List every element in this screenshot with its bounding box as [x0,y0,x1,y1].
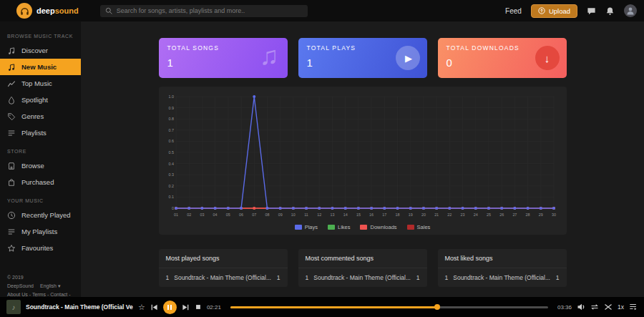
svg-text:07: 07 [252,213,256,217]
track-thumbnail[interactable]: ♪ [6,300,21,314]
svg-text:25: 25 [486,213,490,217]
svg-text:14: 14 [343,213,347,217]
svg-text:0.4: 0.4 [168,162,174,166]
chart-line-icon [7,79,16,88]
rank: 1 [306,274,309,281]
sidebar-item-new-music[interactable]: New Music [0,59,81,75]
queue-icon[interactable] [629,303,638,311]
svg-text:16: 16 [369,213,374,217]
sidebar-item-label: Genres [21,112,44,120]
svg-text:30: 30 [552,213,556,217]
sidebar-item-genres[interactable]: Genres [0,108,81,125]
clock-icon [7,211,16,220]
elapsed-time: 02:21 [207,304,221,311]
stat-card: TOTAL PLAYS 1 ▶ [298,38,427,78]
most-liked-card: Most liked songs 1 Soundtrack - Main The… [438,249,567,287]
upload-button[interactable]: Upload [531,4,577,18]
seek-handle[interactable] [434,304,440,310]
playlist-icon [7,129,16,137]
sidebar-section-title: BROWSE MUSIC TRACK [0,26,81,42]
feed-link[interactable]: Feed [505,7,522,15]
search-input[interactable] [117,7,303,14]
sidebar-item-discover[interactable]: Discover [0,42,81,59]
sidebar-item-browse[interactable]: Browse [0,157,81,174]
top-bar: deepsound Feed Upload [0,0,644,21]
svg-text:29: 29 [538,213,542,217]
svg-text:0.6: 0.6 [168,139,174,143]
previous-track-icon[interactable] [150,303,158,311]
svg-text:09: 09 [278,213,282,217]
footer-links[interactable]: About Us - Terms - Contact - Privacy Pol… [7,291,74,297]
svg-text:11: 11 [304,213,308,217]
sidebar-item-label: New Music [21,63,57,71]
bottom-lists: Most played songs 1 Soundtrack - Main Th… [159,249,567,287]
svg-text:10: 10 [291,213,295,217]
legend-item: Likes [328,224,351,230]
sidebar-item-recently-played[interactable]: Recently Played [0,207,81,223]
chart-card: 00.10.20.30.40.50.60.70.80.91.0010203040… [159,87,567,235]
stats-row: TOTAL SONGS 1 ♫ TOTAL PLAYS 1 ▶ TOTAL DO… [159,38,567,78]
svg-text:1.0: 1.0 [168,94,174,99]
volume-icon[interactable] [577,303,585,311]
next-track-icon[interactable] [182,303,190,311]
shopping-bag-icon [7,178,16,187]
sidebar-item-spotlight[interactable]: Spotlight [0,92,81,108]
user-avatar[interactable] [624,4,637,17]
legend-item: Downloads [360,224,396,230]
sidebar-item-label: My Playlists [21,228,57,235]
rank: 1 [445,274,449,281]
song-count: 1 [556,274,560,281]
sidebar-item-favourites[interactable]: Favourites [0,240,81,256]
play-icon: ▶ [396,46,420,70]
song-title: Soundtrack - Main Theme (Official... [313,274,411,281]
svg-text:17: 17 [382,213,386,217]
sidebar-item-label: Playlists [21,129,47,137]
list-title: Most commented songs [298,249,427,268]
progress-fill [230,306,437,308]
svg-text:28: 28 [525,213,530,217]
song-count: 1 [277,274,280,281]
notifications-bell-icon[interactable] [605,6,615,16]
playback-speed[interactable]: 1x [618,303,624,311]
list-item[interactable]: 1 Soundtrack - Main Theme (Official... 1 [438,268,567,287]
track-title: Soundtrack - Main Theme (Official Versio… [26,303,133,311]
sidebar-item-label: Recently Played [21,211,71,219]
pause-button[interactable] [163,301,177,314]
svg-text:19: 19 [408,213,412,217]
shuffle-icon[interactable] [604,303,613,311]
main-content: TOTAL SONGS 1 ♫ TOTAL PLAYS 1 ▶ TOTAL DO… [81,21,644,297]
store-icon [7,162,16,170]
svg-text:0: 0 [172,206,174,210]
song-count: 1 [416,274,420,281]
copyright-text: © 2019 DeepSound [7,275,34,288]
svg-text:0.1: 0.1 [168,195,174,199]
sidebar-footer: © 2019 DeepSoundEnglish ▾ About Us - Ter… [0,256,81,297]
deepsound-logo[interactable] [16,3,32,19]
svg-text:0.3: 0.3 [168,172,174,177]
sidebar-item-playlists[interactable]: Playlists [0,125,81,141]
star-icon [7,244,16,253]
favourite-star-icon[interactable]: ☆ [138,303,145,312]
genres-tag-icon [7,112,16,121]
svg-text:08: 08 [265,213,269,217]
svg-text:13: 13 [330,213,334,217]
language-selector[interactable]: English ▾ [40,283,60,288]
list-item[interactable]: 1 Soundtrack - Main Theme (Official... 1 [159,268,288,287]
stop-icon[interactable] [195,303,202,311]
repeat-icon[interactable] [590,303,599,311]
music-note-icon [7,63,16,72]
sidebar-item-purchased[interactable]: Purchased [0,174,81,190]
song-title: Soundtrack - Main Theme (Official... [453,274,551,281]
list-item[interactable]: 1 Soundtrack - Main Theme (Official... 1 [298,268,427,287]
svg-text:0.9: 0.9 [168,106,174,110]
messages-icon[interactable] [587,6,596,16]
upload-icon [538,7,545,14]
brand-name[interactable]: deepsound [36,6,79,15]
sidebar-item-top-music[interactable]: Top Music [0,75,81,92]
sidebar-item-label: Browse [21,162,44,170]
most-played-card: Most played songs 1 Soundtrack - Main Th… [159,249,288,287]
sidebar-item-label: Spotlight [21,96,48,104]
svg-text:0.8: 0.8 [168,117,174,121]
sidebar-item-my-playlists[interactable]: My Playlists [0,223,81,240]
seek-bar[interactable] [230,306,548,308]
